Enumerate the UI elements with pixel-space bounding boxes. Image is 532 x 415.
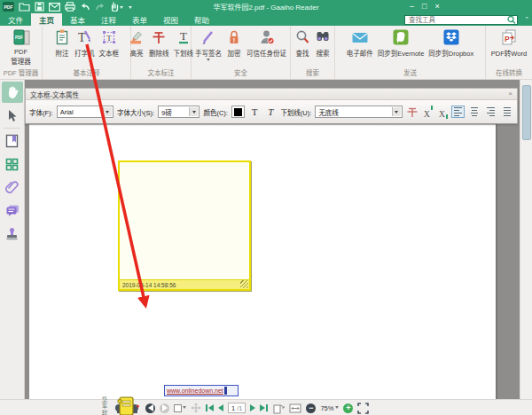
previous-page-button[interactable] — [218, 404, 223, 411]
back-view-button[interactable] — [145, 403, 155, 413]
handwritten-signature-button[interactable]: 手写签名 — [193, 27, 223, 64]
undo-icon[interactable] — [80, 1, 90, 12]
hand-tool-button[interactable] — [2, 82, 23, 103]
strikethrough-button[interactable] — [406, 106, 418, 118]
find-button[interactable]: 查找 — [293, 27, 312, 59]
page-display-mode-button[interactable] — [174, 404, 186, 412]
scrollbar-thumb[interactable] — [522, 85, 531, 140]
minimize-button[interactable]: – — [410, 0, 414, 13]
tab-file[interactable]: 文件 — [0, 13, 31, 26]
trusted-id-icon — [259, 28, 275, 46]
collapse-ribbon-icon[interactable]: ⌃ — [524, 16, 529, 23]
strikethrough-icon — [151, 28, 167, 46]
bookmarks-button[interactable] — [2, 130, 23, 152]
chevron-down-icon — [189, 107, 198, 116]
app-logo-icon[interactable]: PDF — [3, 1, 14, 12]
highlight-button[interactable]: 高亮 — [127, 27, 146, 59]
page-thumbnails-button[interactable] — [2, 153, 23, 175]
last-page-button[interactable] — [260, 404, 268, 411]
font-size-select[interactable]: 9磅 — [158, 106, 200, 118]
vertical-scrollbar[interactable] — [520, 80, 532, 399]
vertical-note-label: 华军软件园 — [99, 396, 108, 415]
note-annotation-icon[interactable] — [117, 395, 135, 415]
subscript-button[interactable]: X — [436, 105, 448, 119]
window-controls: – □ × — [410, 0, 440, 13]
pdf-to-word-button[interactable]: P PDF转Word — [489, 27, 528, 59]
url-textbox-annotation[interactable]: www.onlinedown.net — [164, 385, 239, 396]
print-icon[interactable] — [65, 1, 75, 12]
chevron-down-icon — [103, 107, 112, 116]
comments-button[interactable] — [2, 200, 23, 221]
email-button[interactable]: 电子邮件 — [345, 27, 375, 59]
svg-text:T: T — [78, 31, 86, 44]
email-send-icon[interactable] — [49, 1, 60, 12]
hand-gesture-icon[interactable] — [110, 1, 123, 12]
zoom-level-select[interactable]: 75% — [320, 404, 339, 412]
search-binoculars-icon — [315, 28, 331, 46]
textbox-button[interactable]: T 文本框 — [98, 27, 121, 59]
font-color-picker[interactable] — [231, 106, 245, 118]
typewriter-button[interactable]: T 打字机 — [73, 27, 97, 59]
attachments-button[interactable] — [2, 176, 23, 198]
forward-view-button[interactable] — [160, 403, 169, 413]
pan-tool-icon[interactable] — [191, 403, 201, 413]
tab-view[interactable]: 视图 — [155, 13, 186, 26]
open-folder-icon[interactable] — [19, 1, 30, 12]
close-button[interactable]: × — [434, 0, 439, 13]
bookmark-page-icon — [5, 134, 19, 148]
tab-forms[interactable]: 表单 — [124, 13, 155, 26]
stamps-button[interactable] — [2, 223, 23, 244]
search-input[interactable] — [405, 16, 506, 24]
superscript-button[interactable]: X — [421, 105, 433, 119]
align-center-button[interactable] — [468, 106, 481, 118]
font-family-select[interactable]: Arial — [57, 106, 113, 118]
zoom-in-button[interactable]: + — [343, 403, 353, 413]
select-tool-button[interactable] — [2, 105, 23, 126]
first-page-button[interactable] — [206, 404, 214, 411]
group-label: 在线转换 — [486, 67, 532, 79]
tab-basic[interactable]: 基本 — [62, 13, 93, 26]
highlight-icon — [129, 28, 145, 46]
fit-width-icon[interactable] — [289, 403, 301, 414]
panel-title: 文本框-文本属性 — [30, 90, 79, 99]
align-right-button[interactable] — [484, 106, 497, 118]
navigation-sidebar — [0, 80, 25, 399]
search-tools-box[interactable] — [404, 15, 518, 26]
italic-button[interactable]: T — [264, 105, 277, 119]
sync-dropbox-button[interactable]: 同步到Dropbox — [426, 27, 475, 59]
group-label: 文本标注 — [131, 67, 191, 79]
svg-text:T: T — [106, 34, 112, 43]
fullscreen-icon[interactable] — [357, 403, 369, 414]
tab-help[interactable]: 帮助 — [186, 13, 217, 26]
pdf-manager-button[interactable]: PDF PDF 管理器 — [9, 27, 33, 67]
search-button[interactable]: 搜索 — [313, 27, 332, 59]
tab-comment[interactable]: 注释 — [93, 13, 124, 26]
panel-title-bar[interactable]: 文本框-文本属性 × — [26, 89, 517, 100]
note-resize-handle[interactable] — [240, 280, 248, 288]
tab-home[interactable]: 主页 — [31, 13, 62, 26]
encrypt-button[interactable]: ! 加密 — [224, 27, 244, 59]
strikethrough-button[interactable]: 删除线 — [147, 27, 171, 59]
trusted-identity-button[interactable]: 可信任身份证 — [245, 27, 288, 59]
maximize-button[interactable]: □ — [422, 0, 426, 13]
next-page-button[interactable] — [250, 404, 255, 411]
text-format-toolbar: 字体(F): Arial 字体大小(S): 9磅 颜色(C): T T 下划线(… — [26, 100, 517, 123]
cursor-arrow-icon — [6, 109, 18, 122]
bold-button[interactable]: T — [248, 105, 261, 119]
note-button[interactable]: 附注 — [52, 27, 72, 59]
customize-toolbar-icon[interactable] — [129, 6, 132, 11]
sync-evernote-button[interactable]: 同步到Evernote — [376, 27, 426, 59]
align-justify-button[interactable] — [501, 106, 513, 118]
page-current[interactable]: 1 — [231, 404, 235, 412]
rotate-pages-icon[interactable] — [272, 403, 285, 414]
redo-icon[interactable] — [95, 1, 106, 12]
page-number-box[interactable]: 1 /1 — [228, 403, 246, 413]
pdf-to-word-icon: P — [500, 28, 518, 46]
sticky-note-annotation[interactable]: 2019-05-14 14:58:56 — [118, 161, 251, 291]
save-icon[interactable] — [35, 1, 44, 12]
align-left-button[interactable] — [451, 106, 464, 118]
zoom-out-button[interactable]: − — [306, 403, 316, 413]
document-viewport[interactable]: 2019-05-14 14:58:56 www.onlinedown.net 华… — [25, 80, 532, 399]
underline-style-select[interactable]: 无底线 — [315, 106, 402, 118]
panel-close-icon[interactable]: × — [508, 90, 512, 98]
